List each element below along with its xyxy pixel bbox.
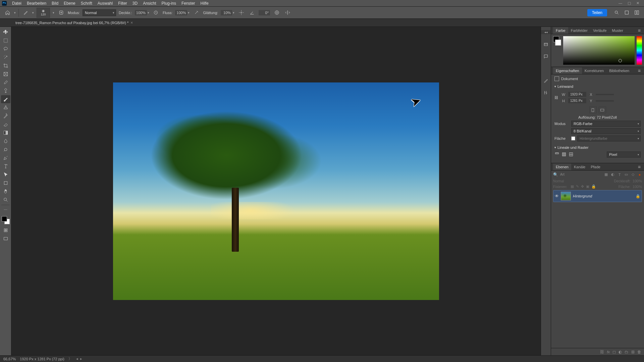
share-button[interactable]: Teilen [587, 9, 607, 16]
menu-view[interactable]: Ansicht [140, 1, 159, 6]
stamp-tool[interactable] [1, 104, 10, 112]
landscape-orientation-button[interactable] [599, 107, 606, 113]
menu-type[interactable]: Schrift [78, 1, 95, 6]
blend-mode-select[interactable]: Normal [83, 9, 116, 16]
tab-color[interactable]: Farbe [553, 27, 568, 34]
layer-search-icon[interactable]: 🔍 [553, 172, 558, 177]
new-layer-icon[interactable]: ⊞ [631, 350, 635, 354]
workspace-chevron-icon[interactable]: ▾ [14, 11, 16, 14]
opacity-input[interactable]: 100%▾ [135, 10, 149, 15]
adjustments-panel-icon[interactable] [543, 89, 549, 96]
tab-gradients[interactable]: Verläufe [590, 27, 609, 34]
quick-share-icon[interactable] [623, 9, 631, 17]
panel-menu-icon[interactable]: ≡ [637, 68, 642, 73]
bit-depth-select[interactable]: 8 Bit/Kanal [571, 128, 641, 134]
pen-tool[interactable] [1, 154, 10, 162]
brushes-panel-icon[interactable] [543, 77, 549, 84]
brush-preview[interactable]: 120 [37, 8, 50, 18]
blur-tool[interactable] [1, 137, 10, 145]
brush-tool[interactable] [1, 95, 10, 103]
wand-tool[interactable] [1, 53, 10, 61]
layer-group-icon[interactable]: 🗀 [625, 350, 629, 354]
status-doc-info[interactable]: 1920 Px x 1281 Px (72 ppi) [20, 357, 64, 361]
tab-swatches[interactable]: Farbfelder [568, 27, 590, 34]
link-dimensions-icon[interactable]: ⛓ [554, 96, 558, 100]
layer-visibility-icon[interactable]: 👁 [555, 194, 559, 198]
rulers-button[interactable] [554, 152, 559, 158]
foreground-color[interactable] [2, 216, 7, 222]
layer-lock-icon[interactable]: 🔒 [636, 194, 640, 198]
delete-layer-icon[interactable]: 🗑 [637, 350, 641, 354]
workspace-icon[interactable] [633, 9, 641, 17]
filter-shape-icon[interactable]: ▭ [624, 172, 629, 177]
eyedropper-tool[interactable] [1, 78, 10, 86]
menu-edit[interactable]: Bearbeiten [24, 1, 49, 6]
eraser-tool[interactable] [1, 120, 10, 128]
screenmode-tool[interactable] [1, 235, 10, 243]
grid-button[interactable] [561, 152, 567, 158]
portrait-orientation-button[interactable] [589, 107, 597, 113]
gradient-tool[interactable] [1, 129, 10, 137]
layer-name[interactable]: Hintergrund [573, 194, 634, 198]
lock-position-icon[interactable]: ✥ [581, 184, 584, 189]
healing-tool[interactable] [1, 87, 10, 95]
tool-preset-chevron-icon[interactable]: ▾ [32, 11, 34, 14]
smoothing-input[interactable]: 10%▾ [221, 10, 234, 15]
lock-pixels-icon[interactable]: ✎ [576, 184, 579, 189]
menu-window[interactable]: Fenster [179, 1, 198, 6]
frame-tool[interactable] [1, 70, 10, 78]
color-field[interactable] [563, 36, 635, 65]
dodge-tool[interactable] [1, 145, 10, 154]
bg-swatch[interactable] [555, 40, 561, 46]
status-nav-next[interactable]: ▸ [80, 357, 82, 361]
history-brush-tool[interactable] [1, 112, 10, 120]
menu-image[interactable]: Bild [49, 1, 61, 6]
window-minimize-icon[interactable]: — [619, 1, 622, 5]
menu-plugins[interactable]: Plug-ins [159, 1, 179, 6]
layer-mask-icon[interactable]: ◻ [612, 350, 616, 354]
color-mode-select[interactable]: RGB-Farbe [571, 121, 641, 127]
status-info-chevron[interactable]: 〉 [68, 356, 72, 361]
airbrush-icon[interactable] [192, 9, 200, 17]
tab-paths[interactable]: Pfade [588, 164, 603, 170]
menu-layer[interactable]: Ebene [61, 1, 78, 6]
window-maximize-icon[interactable]: ▢ [628, 1, 631, 5]
shape-tool[interactable] [1, 179, 10, 187]
text-tool[interactable] [1, 162, 10, 170]
filter-pixel-icon[interactable]: ▦ [604, 172, 608, 177]
ruler-unit-select[interactable]: Pixel [607, 152, 641, 158]
tool-preset-icon[interactable] [21, 9, 30, 17]
layer-blend-select[interactable]: Normal [553, 179, 612, 183]
tab-adjustments[interactable]: Korrekturen [582, 67, 606, 74]
move-tool[interactable] [1, 28, 10, 36]
color-swatches[interactable] [2, 216, 10, 224]
x-input[interactable] [596, 94, 614, 95]
angle-input[interactable]: 0° [259, 10, 270, 15]
tab-libraries[interactable]: Bibliotheken [606, 67, 632, 74]
symmetry-icon[interactable] [283, 9, 291, 17]
canvas-section-toggle[interactable]: Leinwand [554, 84, 641, 88]
width-input[interactable]: 1920 Px [568, 92, 586, 97]
home-icon[interactable] [3, 9, 11, 17]
fill-opacity-value[interactable]: 100% [633, 185, 642, 189]
pressure-size-icon[interactable] [273, 9, 281, 17]
menu-file[interactable]: Datei [9, 1, 24, 6]
window-close-icon[interactable]: ✕ [636, 1, 639, 5]
height-input[interactable]: 1281 Px [568, 98, 586, 103]
filter-smart-icon[interactable]: ◇ [631, 172, 635, 177]
smoothing-options-icon[interactable] [237, 9, 245, 17]
tab-patterns[interactable]: Muster [609, 27, 626, 34]
menu-help[interactable]: Hilfe [198, 1, 211, 6]
more-tools-icon[interactable]: ⋯ [1, 206, 10, 214]
guides-button[interactable] [569, 152, 574, 158]
close-tab-icon[interactable]: × [130, 20, 133, 25]
lock-transparency-icon[interactable]: ▦ [571, 184, 574, 189]
adjustment-layer-icon[interactable]: ◐ [619, 350, 622, 354]
hue-slider[interactable] [637, 36, 642, 65]
lock-artboard-icon[interactable]: ▣ [586, 184, 589, 189]
crop-tool[interactable] [1, 62, 10, 70]
tab-properties[interactable]: Eigenschaften [553, 67, 582, 74]
tab-channels[interactable]: Kanäle [571, 164, 588, 170]
status-zoom[interactable]: 66,67% [3, 357, 16, 361]
brush-settings-icon[interactable] [57, 9, 65, 17]
